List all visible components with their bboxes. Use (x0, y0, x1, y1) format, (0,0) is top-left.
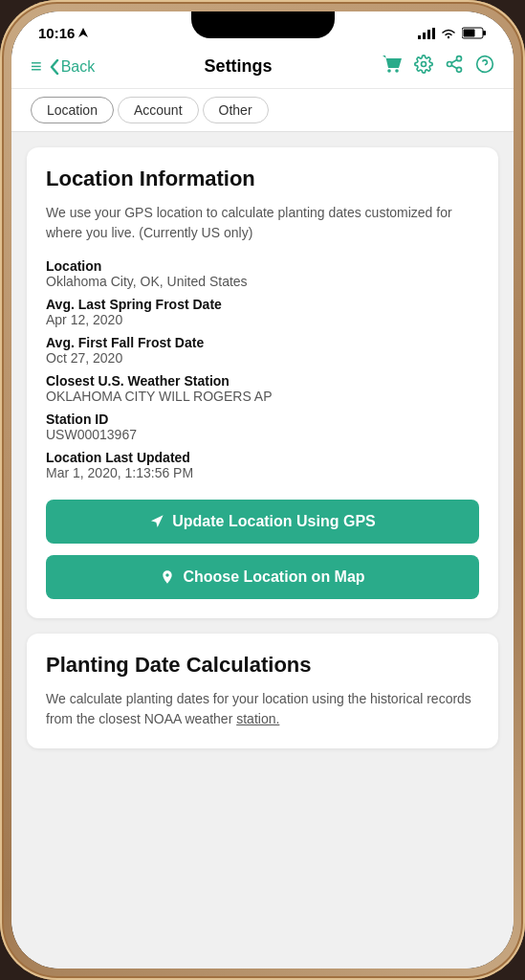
location-card-description: We use your GPS location to calculate pl… (46, 203, 479, 243)
field-station-id-label: Station ID (46, 412, 479, 427)
cart-svg (382, 55, 403, 74)
field-station-id-value: USW00013967 (46, 427, 479, 442)
help-icon[interactable] (475, 55, 494, 78)
field-fall-frost: Avg. First Fall Frost Date Oct 27, 2020 (46, 335, 479, 366)
gear-icon[interactable] (414, 55, 433, 78)
field-location-value: Oklahoma City, OK, United States (46, 274, 479, 289)
svg-line-15 (451, 65, 457, 68)
back-label: Back (61, 58, 96, 76)
tab-other[interactable]: Other (203, 97, 269, 123)
gps-button-label: Update Location Using GPS (172, 513, 375, 530)
svg-rect-1 (418, 35, 421, 39)
update-gps-button[interactable]: Update Location Using GPS (46, 500, 479, 544)
share-svg (445, 55, 464, 74)
field-last-updated: Location Last Updated Mar 1, 2020, 1:13:… (46, 450, 479, 480)
field-weather-station: Closest U.S. Weather Station OKLAHOMA CI… (46, 373, 479, 404)
svg-rect-7 (483, 31, 486, 35)
help-svg (475, 55, 494, 74)
status-time: 10:16 (38, 25, 88, 41)
field-spring-frost-value: Apr 12, 2020 (46, 312, 479, 327)
map-pin-icon (160, 569, 175, 585)
planting-card-description: We calculate planting dates for your loc… (46, 689, 479, 729)
svg-marker-0 (78, 28, 88, 37)
planting-card-title: Planting Date Calculations (46, 653, 479, 678)
field-weather-station-value: OKLAHOMA CITY WILL ROGERS AP (46, 389, 479, 404)
tab-account[interactable]: Account (118, 97, 199, 123)
location-arrow-icon (78, 28, 88, 39)
svg-point-9 (387, 69, 391, 73)
battery-icon (462, 27, 487, 39)
field-last-updated-value: Mar 1, 2020, 1:13:56 PM (46, 465, 479, 480)
field-spring-frost-label: Avg. Last Spring Frost Date (46, 297, 479, 312)
time-display: 10:16 (38, 25, 75, 41)
location-card-title: Location Information (46, 167, 479, 191)
page-title: Settings (205, 56, 273, 77)
planting-date-card: Planting Date Calculations We calculate … (27, 634, 498, 748)
svg-rect-8 (464, 30, 475, 37)
svg-marker-19 (151, 515, 164, 527)
svg-point-13 (447, 62, 451, 67)
svg-rect-2 (423, 33, 426, 39)
tab-location[interactable]: Location (31, 97, 114, 123)
header-right (382, 55, 494, 78)
svg-line-16 (451, 59, 457, 62)
share-icon[interactable] (445, 55, 464, 78)
field-fall-frost-value: Oct 27, 2020 (46, 350, 479, 366)
notch (191, 11, 335, 38)
back-button[interactable]: Back (50, 58, 96, 76)
wifi-icon (441, 28, 456, 39)
cart-icon[interactable] (382, 55, 403, 78)
back-chevron-icon (50, 59, 59, 75)
field-location: Location Oklahoma City, OK, United State… (46, 258, 479, 289)
phone-frame: 10:16 (0, 0, 525, 980)
svg-point-12 (456, 56, 461, 61)
field-last-updated-label: Location Last Updated (46, 450, 479, 465)
gps-icon (149, 514, 164, 529)
choose-map-button[interactable]: Choose Location on Map (46, 555, 479, 599)
gear-svg (414, 55, 433, 74)
svg-point-14 (456, 67, 461, 72)
field-fall-frost-label: Avg. First Fall Frost Date (46, 335, 479, 350)
svg-point-10 (395, 69, 399, 73)
app-header: ≡ Back Settings (11, 47, 514, 89)
field-spring-frost: Avg. Last Spring Frost Date Apr 12, 2020 (46, 297, 479, 327)
main-content: Location Information We use your GPS loc… (11, 132, 514, 969)
map-button-label: Choose Location on Map (183, 568, 364, 586)
hamburger-icon[interactable]: ≡ (31, 56, 42, 78)
field-station-id: Station ID USW00013967 (46, 412, 479, 442)
screen: 10:16 (11, 11, 514, 969)
tab-bar: Location Account Other (11, 89, 514, 132)
location-info-card: Location Information We use your GPS loc… (27, 147, 498, 618)
field-location-label: Location (46, 258, 479, 274)
svg-point-11 (421, 62, 426, 67)
status-icons (418, 27, 487, 39)
svg-rect-4 (432, 28, 435, 39)
svg-rect-3 (427, 30, 430, 39)
header-left: ≡ Back (31, 56, 95, 78)
field-weather-station-label: Closest U.S. Weather Station (46, 373, 479, 389)
phone-inner: 10:16 (11, 11, 514, 969)
svg-point-5 (448, 35, 449, 37)
signal-icon (418, 28, 435, 39)
